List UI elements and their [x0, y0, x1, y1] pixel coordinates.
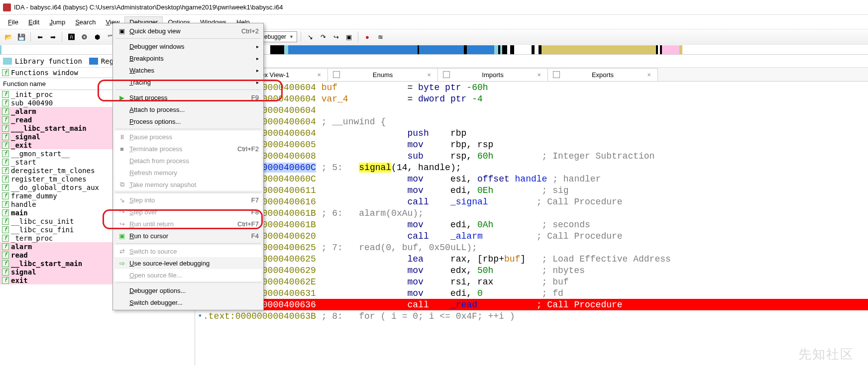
disasm-line[interactable]: .text:000000000400605 mov rbp, rsp — [195, 139, 868, 150]
disasm-line[interactable]: .text:000000000400604 buf = byte ptr -60… — [195, 82, 868, 93]
back-icon[interactable]: ⬅ — [34, 31, 45, 42]
debugger-menu[interactable]: ▣Quick debug viewCtrl+2Debugger windows▸… — [112, 23, 264, 310]
menu-jump[interactable]: Jump — [44, 16, 70, 28]
disasm-line[interactable]: .text:000000000400620 call _alarm ; Call… — [195, 230, 868, 242]
menu-item-process-options[interactable]: Process options... — [114, 115, 262, 127]
tab-icon — [443, 71, 450, 78]
menu-item-use-source-level-debugging[interactable]: ⇨Use source-level debugging — [114, 257, 262, 269]
gutter: • — [197, 312, 203, 321]
disasm-line[interactable]: .text:000000000400604 ; __unwind { — [195, 116, 868, 127]
disasm-line[interactable]: .text:000000000400636 call _read ; Call … — [195, 299, 868, 310]
disasm-line[interactable]: •.text:000000000400631 mov edi, 0 ; fd — [195, 287, 868, 299]
legend-swatch — [89, 58, 98, 65]
menu-item-debugger-windows[interactable]: Debugger windows▸ — [114, 40, 262, 52]
tab-enums[interactable]: Enums✕ — [327, 68, 438, 81]
function-name: __libc_csu_fini — [11, 226, 74, 234]
menu-search[interactable]: Search — [70, 16, 101, 28]
run-until-return-icon[interactable]: ↪ — [330, 31, 341, 42]
menu-file[interactable]: File — [3, 16, 23, 28]
function-icon: f — [2, 116, 9, 123]
menu-item-shortcut: F7 — [251, 196, 259, 204]
disasm-line[interactable]: .text:00000000040061B mov edi, 0Ah ; sec… — [195, 219, 868, 230]
disasm-line[interactable]: .text:00000000040060C ; 5: signal(14, ha… — [195, 162, 868, 173]
menu-item-detach-from-process: Detach from process — [114, 155, 262, 167]
function-icon: f — [2, 91, 9, 98]
disasm-line[interactable]: .text:000000000400608 sub rsp, 60h ; Int… — [195, 150, 868, 162]
disasm-line[interactable]: .text:000000000400625 ; 7: read(0, buf, … — [195, 242, 868, 253]
menu-item-icon: ⇄ — [117, 247, 126, 256]
menu-item-shortcut: Ctrl+2 — [241, 27, 259, 35]
window-title: IDA - babysc.i64 (babysc) C:\Users\Admin… — [14, 3, 283, 11]
function-name: __do_global_dtors_aux — [11, 183, 99, 191]
function-name: __libc_csu_init — [11, 217, 74, 225]
menu-item-take-memory-snapshot: ⧉Take memory snapshot — [114, 179, 262, 190]
function-icon: f — [2, 235, 9, 242]
function-icon: f — [2, 69, 9, 76]
menu-item-run-until-return: ↪Run until returnCtrl+F7 — [114, 218, 262, 230]
menu-item-label: Quick debug view — [129, 27, 181, 35]
menu-item-label: Take memory snapshot — [129, 181, 196, 188]
submenu-arrow-icon: ▸ — [256, 68, 259, 73]
function-icon: f — [2, 201, 9, 208]
tab-exports[interactable]: Exports✕ — [547, 68, 658, 81]
disassembly-view[interactable]: .text:000000000400604 buf = byte ptr -60… — [195, 82, 868, 365]
menu-item-icon: ⏸ — [117, 132, 126, 141]
run-to-cursor-icon[interactable]: ▣ — [343, 31, 354, 42]
step-over-icon[interactable]: ↷ — [318, 31, 328, 42]
step-into-icon[interactable]: ↘ — [305, 31, 316, 42]
disasm-line[interactable]: .text:000000000400604 var_4 = dword ptr … — [195, 93, 868, 104]
function-icon: f — [2, 218, 9, 225]
menu-item-icon: ▣ — [117, 26, 126, 35]
binary-icon[interactable]: ❂ — [79, 31, 90, 42]
close-icon[interactable]: ✕ — [646, 72, 652, 78]
function-name: _alarm — [11, 107, 36, 115]
function-name: ___libc_start_main — [11, 124, 87, 132]
menu-item-switch-debugger[interactable]: Switch debugger... — [114, 296, 262, 308]
function-icon: f — [2, 167, 9, 174]
function-icon: f — [2, 125, 9, 132]
save-icon[interactable]: 💾 — [16, 31, 27, 42]
disasm-line[interactable]: .text:00000000040061B ; 6: alarm(0xAu); — [195, 207, 868, 219]
menu-item-breakpoints[interactable]: Breakpoints▸ — [114, 52, 262, 64]
disasm-line[interactable]: .text:000000000400616 call _signal ; Cal… — [195, 196, 868, 207]
close-icon[interactable]: ✕ — [316, 72, 323, 78]
function-name: main — [11, 209, 28, 217]
menu-item-label: Pause process — [129, 133, 172, 141]
disasm-line[interactable]: .text:000000000400611 mov edi, 0Eh ; sig — [195, 184, 868, 196]
breakpoint-icon[interactable]: ● — [362, 31, 373, 42]
menu-item-shortcut: Ctrl+F2 — [237, 145, 259, 153]
disasm-line[interactable]: .text:000000000400604 — [195, 104, 868, 116]
menu-item-tracing[interactable]: Tracing▸ — [114, 76, 262, 88]
tab-icon — [333, 71, 340, 78]
menu-item-quick-debug-view[interactable]: ▣Quick debug viewCtrl+2 — [114, 25, 262, 37]
disasm-line[interactable]: .text:000000000400625 lea rax, [rbp+buf]… — [195, 253, 868, 265]
function-icon: f — [2, 252, 9, 259]
function-name: _term_proc — [11, 234, 53, 242]
forward-icon[interactable]: ➡ — [47, 31, 58, 42]
disasm-line[interactable]: •.text:00000000040063B ; 8: for ( i = 0;… — [195, 310, 868, 322]
menu-item-debugger-options[interactable]: Debugger options... — [114, 284, 262, 296]
menu-item-start-process[interactable]: ▶Start processF9 — [114, 91, 262, 103]
close-icon[interactable]: ✕ — [536, 72, 542, 78]
submenu-arrow-icon: ▸ — [256, 56, 259, 61]
menu-item-attach-to-process[interactable]: Attach to process... — [114, 103, 262, 115]
menu-edit[interactable]: Edit — [23, 16, 44, 28]
chevron-down-icon: ▼ — [289, 34, 294, 39]
disasm-line[interactable]: .text:000000000400629 mov edx, 50h ; nby… — [195, 265, 868, 276]
menu-item-watches[interactable]: Watches▸ — [114, 64, 262, 76]
menu-item-run-to-cursor[interactable]: ▣Run to cursorF4 — [114, 230, 262, 242]
analysis-icon[interactable]: 🅰 — [66, 31, 77, 42]
open-icon[interactable]: 📂 — [3, 31, 14, 42]
disasm-line[interactable]: .text:00000000040060C mov esi, offset ha… — [195, 173, 868, 184]
disasm-line[interactable]: .text:00000000040062E mov rsi, rax ; buf — [195, 276, 868, 287]
legend-swatch — [3, 58, 12, 65]
disasm-line[interactable]: .text:000000000400604 push rbp — [195, 127, 868, 139]
function-name: register_tm_clones — [11, 175, 87, 183]
function-name: deregister_tm_clones — [11, 167, 95, 175]
hex-icon[interactable]: ⬢ — [92, 31, 103, 42]
menu-item-icon: ↷ — [117, 207, 126, 216]
close-icon[interactable]: ✕ — [426, 72, 433, 78]
menu-item-icon: ↘ — [117, 195, 126, 204]
tab-imports[interactable]: Imports✕ — [437, 68, 548, 81]
trace-icon[interactable]: ≋ — [375, 31, 386, 42]
